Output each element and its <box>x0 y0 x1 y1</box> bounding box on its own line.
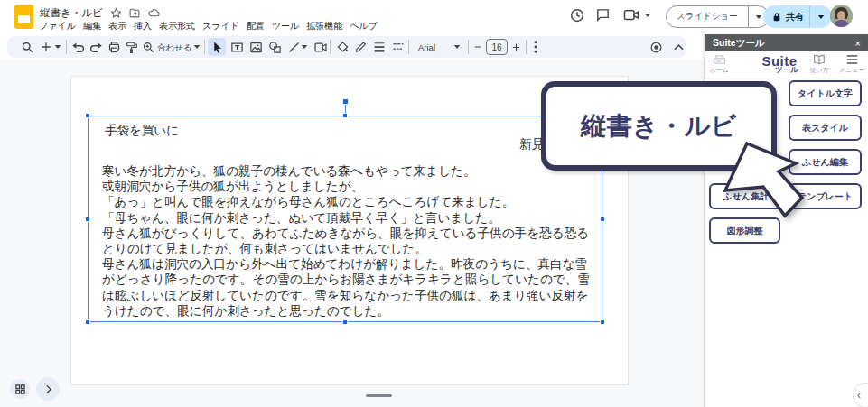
menu-view[interactable]: 表示 <box>107 19 127 33</box>
panel-button-title-text[interactable]: タイトル文字 <box>789 80 862 106</box>
border-dash-tool[interactable] <box>389 38 407 56</box>
share-caret-icon[interactable] <box>810 14 832 20</box>
version-history-icon[interactable] <box>569 7 585 23</box>
panel-title: Suiteツール <box>713 37 855 50</box>
font-family-caret-icon[interactable] <box>452 38 462 56</box>
menu-arrange[interactable]: 配置 <box>246 19 266 33</box>
shape-tool[interactable] <box>266 38 284 56</box>
slideshow-button[interactable]: スライドショー <box>666 5 770 28</box>
fill-color-tool[interactable] <box>333 38 351 56</box>
panel-header: Suiteツール × <box>705 34 868 51</box>
toolbar: 合わせる <box>7 36 686 58</box>
panel-nav: ホーム Suite ツール 使い方 メニュー <box>705 51 868 79</box>
menu-slide[interactable]: スライド <box>201 19 240 33</box>
open-filmstrip-button[interactable] <box>36 377 60 401</box>
resize-handle-se[interactable] <box>600 319 605 325</box>
insert-video-tool[interactable] <box>312 38 330 56</box>
textbox-selection[interactable] <box>88 116 602 322</box>
document-title[interactable]: 縦書き・ルビ <box>40 6 103 20</box>
comment-icon[interactable] <box>595 7 611 23</box>
rotate-handle[interactable] <box>342 98 349 105</box>
panel-menu-button[interactable]: メニュー <box>838 54 865 75</box>
decrease-font-button[interactable] <box>471 38 484 56</box>
resize-handle-e[interactable] <box>600 217 605 222</box>
record-icon[interactable] <box>647 38 665 56</box>
slides-logo-icon[interactable] <box>14 5 33 29</box>
menu-tools[interactable]: ツール <box>271 19 300 33</box>
notes-drag-handle[interactable] <box>366 394 392 397</box>
bottom-bar <box>0 385 704 407</box>
grid-view-button[interactable] <box>10 379 30 399</box>
insert-image-tool[interactable] <box>247 38 265 56</box>
google-slides-app: 縦書き・ルビ ファイル 編集 表示 挿入 表示形式 スライド 配置 ツール 拡張… <box>0 0 868 407</box>
resize-handle-nw[interactable] <box>85 113 90 118</box>
print-button[interactable] <box>105 38 123 56</box>
resize-handle-w[interactable] <box>85 217 90 222</box>
cloud-status-icon[interactable] <box>147 7 161 19</box>
new-slide-caret-icon[interactable] <box>52 38 63 56</box>
redo-button[interactable] <box>87 38 105 56</box>
menu-help[interactable]: ヘルプ <box>349 19 378 33</box>
increase-font-button[interactable] <box>509 38 522 56</box>
menu-edit[interactable]: 編集 <box>82 19 102 33</box>
border-weight-tool[interactable] <box>370 38 388 56</box>
menu-insert[interactable]: 挿入 <box>133 19 153 33</box>
undo-button[interactable] <box>69 38 87 56</box>
zoom-fit-select[interactable]: 合わせる <box>157 42 192 54</box>
more-options-icon[interactable] <box>529 38 542 56</box>
select-tool[interactable] <box>208 38 226 56</box>
star-icon[interactable] <box>110 7 122 19</box>
resize-handle-n[interactable] <box>342 113 348 118</box>
panel-usage-button[interactable]: 使い方 <box>806 54 833 75</box>
panel-home-button[interactable]: ホーム <box>706 54 732 75</box>
menu-format[interactable]: 表示形式 <box>158 19 196 33</box>
line-tool-caret-icon[interactable] <box>299 38 310 56</box>
panel-close-icon[interactable]: × <box>855 38 861 49</box>
hide-panel-button[interactable]: ‹ <box>853 383 868 407</box>
app-header: 縦書き・ルビ ファイル 編集 表示 挿入 表示形式 スライド 配置 ツール 拡張… <box>0 0 868 34</box>
resize-handle-s[interactable] <box>342 319 348 325</box>
zoom-fit-caret-icon[interactable] <box>191 38 202 56</box>
suite-tools-logo: Suite ツール <box>748 53 811 76</box>
resize-handle-sw[interactable] <box>85 319 90 325</box>
share-button[interactable]: 共有 <box>763 5 832 28</box>
menu-file[interactable]: ファイル <box>38 19 77 33</box>
paint-format-icon[interactable] <box>123 38 141 56</box>
menubar: ファイル 編集 表示 挿入 表示形式 スライド 配置 ツール 拡張機能 ヘルプ <box>38 19 378 33</box>
search-menus-icon[interactable] <box>18 38 36 56</box>
border-color-tool[interactable] <box>352 38 370 56</box>
zoom-icon[interactable] <box>139 38 157 56</box>
cursor-arrow-icon <box>695 126 813 239</box>
menu-extensions[interactable]: 拡張機能 <box>305 19 343 33</box>
font-size-input[interactable]: 16 <box>486 39 508 55</box>
hide-menus-icon[interactable] <box>669 38 687 56</box>
font-family-select[interactable]: Arial <box>418 42 435 52</box>
present-camera-icon[interactable] <box>622 7 639 23</box>
present-caret-icon[interactable] <box>644 13 660 29</box>
user-avatar[interactable] <box>830 5 853 27</box>
lock-icon <box>772 12 781 23</box>
textbox-tool[interactable] <box>228 38 246 56</box>
move-folder-icon[interactable] <box>128 7 141 19</box>
